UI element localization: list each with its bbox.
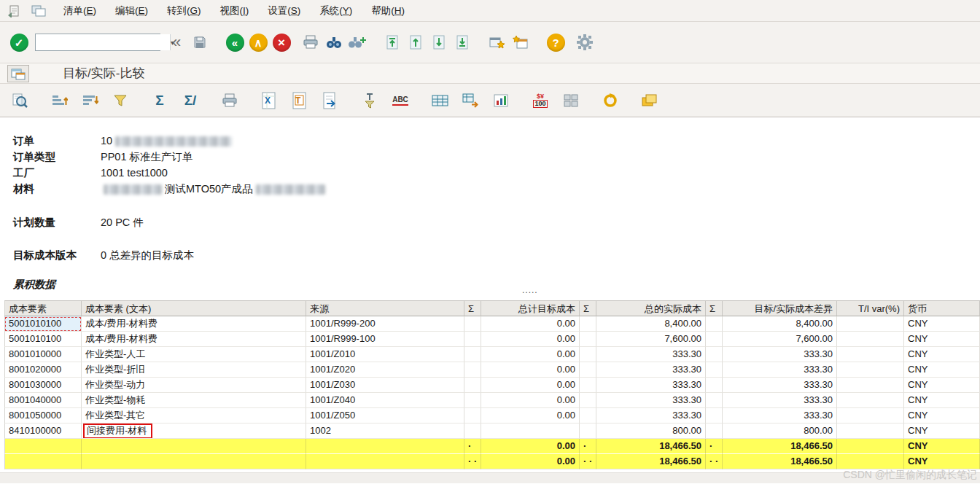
- cell-target-cost[interactable]: 0.00: [481, 454, 580, 469]
- cell-target-cost[interactable]: 0.00: [481, 316, 580, 332]
- cell-cost-element-text[interactable]: 作业类型-人工: [82, 347, 306, 362]
- cell-ti-var[interactable]: [837, 454, 904, 469]
- cell-origin[interactable]: 1001/Z040: [306, 393, 464, 408]
- cell-cost-element[interactable]: 8001010000: [4, 347, 82, 362]
- cell-cost-element[interactable]: [4, 454, 82, 469]
- header-origin[interactable]: 来源: [306, 300, 464, 316]
- cell-variance[interactable]: 333.30: [723, 362, 837, 378]
- cell-actual-cost[interactable]: 333.30: [596, 362, 706, 378]
- print-list-button[interactable]: [219, 90, 241, 112]
- cell-target-cost[interactable]: 0.00: [481, 439, 580, 454]
- header-sigma[interactable]: Σ: [580, 300, 596, 316]
- menu-item-settings[interactable]: 设置(S): [258, 0, 310, 21]
- cell-variance[interactable]: 333.30: [723, 408, 837, 424]
- abc-analysis-button[interactable]: ABC: [389, 90, 411, 112]
- cell-origin[interactable]: 1001/Z030: [306, 378, 464, 393]
- cell-actual-cost[interactable]: 7,600.00: [596, 332, 706, 347]
- graphic-button[interactable]: [490, 90, 512, 112]
- cell-variance[interactable]: 18,466.50: [723, 439, 837, 454]
- cell-actual-cost[interactable]: 18,466.50: [596, 454, 706, 469]
- print-button[interactable]: [299, 31, 322, 54]
- cell-origin[interactable]: 1001/R999-100: [306, 332, 464, 347]
- enter-button[interactable]: ✓: [7, 31, 31, 54]
- cell-variance[interactable]: 333.30: [723, 393, 837, 408]
- cell-cost-element[interactable]: 8001030000: [4, 378, 82, 393]
- cell-variance[interactable]: 333.30: [723, 347, 837, 362]
- cell-variance[interactable]: 800.00: [723, 424, 837, 439]
- next-page-button[interactable]: [427, 31, 451, 54]
- refresh-button[interactable]: [599, 90, 621, 112]
- cell-ti-var[interactable]: [837, 393, 904, 408]
- cell-cost-element[interactable]: 8001040000: [4, 393, 82, 408]
- cell-origin[interactable]: 1001/Z020: [306, 362, 464, 378]
- command-input[interactable]: [36, 34, 170, 50]
- create-shortcut-button[interactable]: [509, 31, 532, 54]
- screen-menu-button[interactable]: [7, 65, 29, 82]
- cell-variance[interactable]: 18,466.50: [723, 454, 837, 469]
- cell-cost-element-text[interactable]: 成本/费用-材料费: [82, 332, 306, 347]
- cell-ti-var[interactable]: [837, 316, 904, 332]
- cell-cost-element[interactable]: [4, 439, 82, 454]
- windows-icon[interactable]: [29, 3, 48, 19]
- cell-variance[interactable]: 333.30: [723, 378, 837, 393]
- cell-cost-element-text[interactable]: 作业类型-物耗: [82, 393, 306, 408]
- header-cost-element[interactable]: 成本要素: [4, 300, 82, 316]
- header-actual-cost[interactable]: 总的实际成本: [596, 300, 706, 316]
- cell-ti-var[interactable]: [837, 408, 904, 424]
- subtotal-button[interactable]: Σ/: [179, 90, 201, 112]
- menu-item-help[interactable]: 帮助(H): [362, 0, 414, 21]
- cell-actual-cost[interactable]: 18,466.50: [596, 439, 706, 454]
- selection-criteria-button[interactable]: [359, 90, 381, 112]
- find-button[interactable]: [322, 31, 346, 54]
- header-sigma[interactable]: Σ: [464, 300, 481, 316]
- menu-item-view[interactable]: 视图(I): [211, 0, 259, 21]
- cell-origin[interactable]: [306, 454, 464, 469]
- cell-cost-element-text[interactable]: 间接费用-材料: [82, 424, 306, 439]
- header-ti-var[interactable]: T/I var(%): [837, 300, 904, 316]
- cell-actual-cost[interactable]: 800.00: [596, 424, 706, 439]
- cell-origin[interactable]: 1001/Z050: [306, 408, 464, 424]
- first-page-button[interactable]: [381, 31, 404, 54]
- cell-target-cost[interactable]: 0.00: [481, 362, 580, 378]
- grid-view-button[interactable]: [429, 90, 451, 112]
- cell-cost-element[interactable]: 8410100000: [4, 424, 82, 439]
- sort-ascending-button[interactable]: [48, 90, 70, 112]
- local-file-export-button[interactable]: [319, 90, 341, 112]
- previous-page-button[interactable]: [404, 31, 427, 54]
- cell-target-cost[interactable]: 0.00: [481, 378, 580, 393]
- back-button[interactable]: «: [223, 31, 246, 54]
- currency-button[interactable]: $¥ 100: [529, 90, 551, 112]
- cell-variance[interactable]: 8,400.00: [723, 316, 837, 332]
- cell-cost-element-selected[interactable]: 5001010100: [4, 316, 82, 332]
- sort-descending-button[interactable]: [79, 90, 101, 112]
- cell-cost-element-text[interactable]: 作业类型-折旧: [82, 362, 306, 378]
- cell-cost-element-text[interactable]: 作业类型-动力: [82, 378, 306, 393]
- cell-origin[interactable]: [306, 439, 464, 454]
- cell-actual-cost[interactable]: 333.30: [596, 378, 706, 393]
- cell-currency[interactable]: CNY: [904, 362, 980, 378]
- word-processing-button[interactable]: T: [289, 90, 311, 112]
- cell-currency[interactable]: CNY: [904, 393, 980, 408]
- menu-item-edit[interactable]: 编辑(E): [106, 0, 158, 21]
- cell-cost-element-text[interactable]: 成本/费用-材料费: [82, 316, 306, 332]
- menu-item-list[interactable]: 清单(E): [54, 0, 106, 21]
- cell-actual-cost[interactable]: 333.30: [596, 408, 706, 424]
- cell-target-cost[interactable]: [481, 424, 580, 439]
- choose-layout-button[interactable]: [639, 90, 661, 112]
- header-sigma[interactable]: Σ: [706, 300, 723, 316]
- cell-target-cost[interactable]: 0.00: [481, 408, 580, 424]
- find-next-button[interactable]: [346, 31, 369, 54]
- cell-currency[interactable]: CNY: [904, 378, 980, 393]
- cell-cost-element[interactable]: 5001010100: [4, 332, 82, 347]
- new-session-button[interactable]: [486, 31, 509, 54]
- cell-currency[interactable]: CNY: [904, 316, 980, 332]
- help-button[interactable]: ?: [544, 31, 567, 54]
- cell-cost-element-text[interactable]: [82, 439, 306, 454]
- choose-detail-button[interactable]: [9, 90, 31, 112]
- cell-currency[interactable]: CNY: [904, 454, 980, 469]
- cell-currency[interactable]: CNY: [904, 332, 980, 347]
- customize-layout-button[interactable]: [573, 31, 596, 54]
- cell-target-cost[interactable]: 0.00: [481, 332, 580, 347]
- cell-cost-element[interactable]: 8001020000: [4, 362, 82, 378]
- cell-cost-element-text[interactable]: [82, 454, 306, 469]
